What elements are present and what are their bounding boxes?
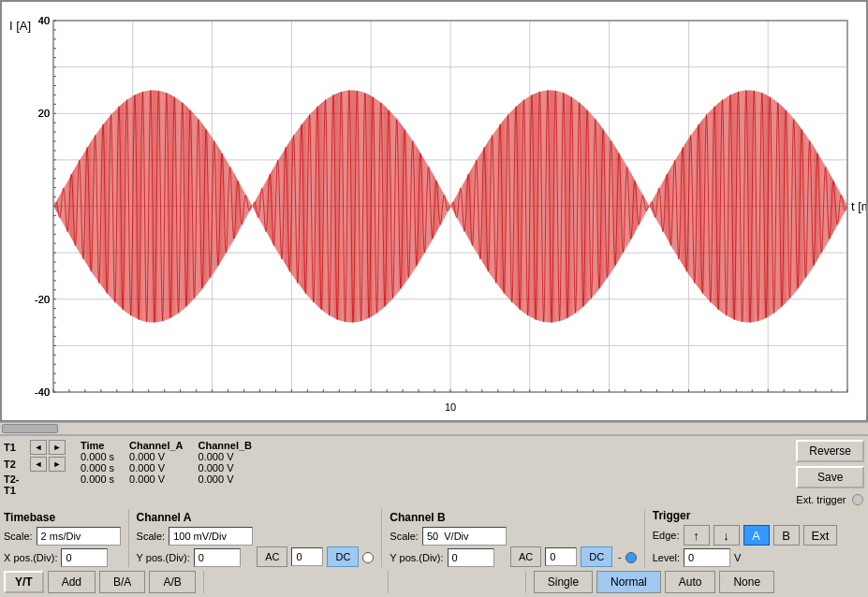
channelA-label: Channel A [137,511,254,524]
trigger-v-label: V [734,552,741,563]
yt-button[interactable]: Y/T [4,571,44,593]
timebase-label: Timebase [4,511,121,524]
trigger-ext-btn[interactable]: Ext [803,525,838,546]
trigger-edge-row: Edge: ↑ ↓ A B Ext [653,525,838,546]
t1-time: 0.000 s [73,451,122,462]
t2t1-row: T2-T1 ◄ ► [4,473,66,496]
normal-button[interactable]: Normal [596,571,661,593]
channelB-dash: - [618,551,622,562]
sep4 [203,571,204,593]
t2t1-time: 0.000 s [73,473,122,485]
channelA-radio-container [362,552,374,567]
timebase-xpos-label: X pos.(Div): [4,552,57,563]
t2-row: T2 ◄ ► [4,457,66,472]
controls-panel: T1 ◄ ► T2 ◄ ► T2-T1 ◄ ► [0,435,868,597]
sep6 [525,571,526,593]
channelA-scale-row: Scale: [137,527,254,546]
trigger-label: Trigger [653,509,838,522]
t2t1-chA: 0.000 V [122,473,190,485]
channelB-coupling-row: AC DC - [510,546,622,567]
rising-edge-btn[interactable]: ↑ [684,525,710,546]
trigger-group: Trigger Edge: ↑ ↓ A B Ext Level: V [653,509,838,567]
save-button[interactable]: Save [796,466,864,488]
t2t1-chB: 0.000 V [191,473,259,485]
trigger-a-btn[interactable]: A [743,525,770,546]
channelA-scale-input[interactable] [169,527,253,546]
t2-time: 0.000 s [73,462,122,473]
timebase-xpos-input[interactable] [61,548,108,567]
channelB-radio[interactable] [625,552,637,563]
channelA-radio[interactable] [362,552,374,563]
scrollbar-thumb[interactable] [2,424,58,433]
channelB-coupling-group: AC DC - [510,546,622,567]
channelA-scale-label: Scale: [137,531,166,542]
sep1 [128,509,129,567]
channelB-scale-label: Scale: [390,531,419,542]
ext-trigger-row: Ext. trigger [796,494,864,505]
timebase-xpos-row: X pos.(Div): [4,548,121,567]
t-markers: T1 ◄ ► T2 ◄ ► T2-T1 ◄ ► [4,440,66,498]
sep3 [644,509,645,567]
channelB-coupling-val[interactable] [545,547,577,566]
t2t1-label: T2-T1 [4,473,30,496]
bottom-controls-row: Y/T Add B/A A/B Single Normal Auto None [4,571,864,593]
add-button[interactable]: Add [48,571,96,593]
ext-trigger-label: Ext. trigger [796,494,846,505]
channelA-ypos-input[interactable] [194,548,241,567]
channelB-group: Channel B Scale: Y pos.(Div): [390,511,507,567]
timebase-scale-row: Scale: [4,527,121,546]
channelB-ac-btn[interactable]: AC [510,546,541,567]
reverse-button[interactable]: Reverse [796,440,864,462]
channelA-group: Channel A Scale: Y pos.(Div): [137,511,254,567]
t-data-table: Time Channel_A Channel_B 0.000 s 0.000 V… [73,440,259,485]
single-button[interactable]: Single [534,571,593,593]
ba-button[interactable]: B/A [99,571,145,593]
ext-trigger-led [852,494,863,505]
t1-right-btn[interactable]: ► [49,440,66,455]
sep5 [388,571,389,593]
trigger-edge-label: Edge: [653,530,680,541]
channelB-scale-row: Scale: [390,527,507,546]
sep2 [381,509,382,567]
channelA-coupling-val[interactable] [291,547,323,566]
timebase-scale-label: Scale: [4,531,33,542]
controls-bottom: Timebase Scale: X pos.(Div): Channel A S… [4,509,864,567]
falling-edge-btn[interactable]: ↓ [714,525,740,546]
channelA-dc-btn[interactable]: DC [327,546,359,567]
ab-button[interactable]: A/B [149,571,195,593]
trigger-level-label: Level: [653,552,680,563]
none-button[interactable]: None [719,571,774,593]
chart-scrollbar[interactable] [0,422,868,435]
t2-label: T2 [4,459,30,470]
t1-chB: 0.000 V [191,451,259,462]
trigger-level-row: Level: V [653,548,838,567]
t2-left-btn[interactable]: ◄ [30,457,47,472]
channelA-ypos-label: Y pos.(Div): [137,552,190,563]
channelB-ypos-label: Y pos.(Div): [390,552,443,563]
channelB-label: Channel B [390,511,507,524]
col-chB: Channel_B [191,440,259,451]
channelB-scale-input[interactable] [422,527,507,546]
channelA-ac-btn[interactable]: AC [257,546,287,567]
reverse-save-section: Reverse Save Ext. trigger [796,440,864,505]
t1-left-btn[interactable]: ◄ [30,440,47,455]
trigger-level-input[interactable] [684,548,730,567]
t2-chB: 0.000 V [191,462,259,473]
trigger-b-btn[interactable]: B [773,525,800,546]
auto-button[interactable]: Auto [665,571,716,593]
controls-top-row: T1 ◄ ► T2 ◄ ► T2-T1 ◄ ► [4,440,864,505]
timebase-group: Timebase Scale: X pos.(Div): [4,511,121,567]
channelA-coupling-group: AC DC [257,546,359,567]
oscilloscope-chart [0,0,868,422]
t2-chA: 0.000 V [122,462,190,473]
channelA-coupling-row: AC DC [257,546,359,567]
t1-row: T1 ◄ ► [4,440,66,455]
timebase-scale-input[interactable] [37,527,121,546]
t2-right-btn[interactable]: ► [49,457,66,472]
t1-label: T1 [4,442,30,453]
channelB-ypos-input[interactable] [448,548,494,567]
t2-arrows: ◄ ► [30,457,66,472]
channelB-radio-container [625,552,637,567]
channelB-dc-btn[interactable]: DC [581,546,612,567]
t1-chA: 0.000 V [122,451,190,462]
